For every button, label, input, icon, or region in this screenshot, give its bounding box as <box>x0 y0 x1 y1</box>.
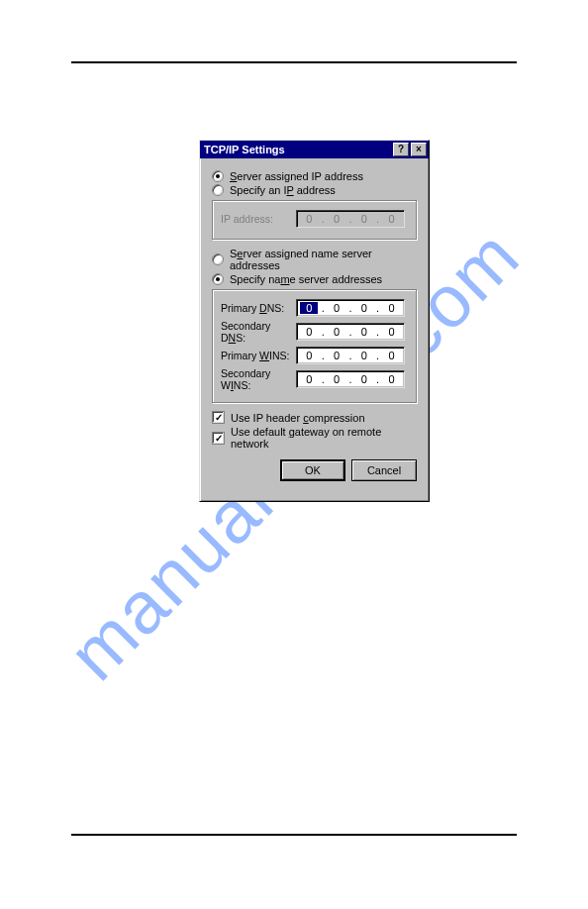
secondary-wins-label: Secondary WINS:Secondary WINS: <box>221 367 296 391</box>
cancel-button[interactable]: Cancel <box>351 459 417 481</box>
radio-icon <box>212 273 224 285</box>
radio-icon <box>212 184 224 196</box>
ip-address-group: IP address: 0. 0. 0. 0 <box>212 200 417 240</box>
close-button[interactable]: × <box>411 143 427 156</box>
radio-label: Specify name server addressesSpecify nam… <box>230 273 382 285</box>
ip-address-input: 0. 0. 0. 0 <box>296 210 405 228</box>
dialog-title: TCP/IP Settings <box>204 144 285 155</box>
ok-button[interactable]: OK <box>280 459 345 481</box>
secondary-dns-label: Secondary DNS:Secondary DNS: <box>221 320 296 344</box>
check-icon: ✓ <box>212 411 225 424</box>
primary-wins-label: Primary WINS:Primary WINS: <box>221 350 296 361</box>
checkbox-default-gateway[interactable]: ✓ Use default gateway on remote networkU… <box>212 426 417 450</box>
radio-label: SServer assigned IP addresserver assigne… <box>230 170 363 182</box>
page-rule-bottom <box>71 834 517 836</box>
checkbox-label: Use default gateway on remote networkUse… <box>231 426 417 450</box>
radio-icon <box>212 170 224 182</box>
button-row: OK Cancel <box>212 459 417 481</box>
page-rule-top <box>71 61 517 63</box>
primary-dns-input[interactable]: 0. 0. 0. 0 <box>296 299 405 317</box>
checkbox-label: Use IP header compressionUse IP header c… <box>231 412 365 424</box>
radio-specify-ns[interactable]: Specify name server addressesSpecify nam… <box>212 273 417 285</box>
tcpip-settings-dialog: TCP/IP Settings ? × SServer assigned IP … <box>199 140 430 502</box>
secondary-wins-input[interactable]: 0. 0. 0. 0 <box>296 370 405 388</box>
help-button[interactable]: ? <box>393 143 409 156</box>
name-server-group: Primary DNS:Primary DNS: 0. 0. 0. 0 Seco… <box>212 289 417 403</box>
radio-icon <box>212 253 224 265</box>
radio-label: Specify an IP addressSpecify an IP addre… <box>230 184 336 196</box>
ip-address-label: IP address: <box>221 213 296 225</box>
radio-specify-ip[interactable]: Specify an IP addressSpecify an IP addre… <box>212 184 417 196</box>
primary-dns-label: Primary DNS:Primary DNS: <box>221 302 296 314</box>
dialog-body: SServer assigned IP addresserver assigne… <box>200 158 429 489</box>
check-icon: ✓ <box>212 432 225 445</box>
secondary-dns-input[interactable]: 0. 0. 0. 0 <box>296 323 405 341</box>
radio-server-ns[interactable]: Server assigned name server addressesSer… <box>212 248 417 271</box>
dialog-titlebar: TCP/IP Settings ? × <box>200 141 429 158</box>
document-page: manualshive.com TCP/IP Settings ? × SSer… <box>0 0 588 909</box>
checkbox-ip-compression[interactable]: ✓ Use IP header compressionUse IP header… <box>212 411 417 424</box>
primary-wins-input[interactable]: 0. 0. 0. 0 <box>296 347 405 364</box>
radio-server-ip[interactable]: SServer assigned IP addresserver assigne… <box>212 170 417 182</box>
radio-label: Server assigned name server addressesSer… <box>230 248 417 271</box>
